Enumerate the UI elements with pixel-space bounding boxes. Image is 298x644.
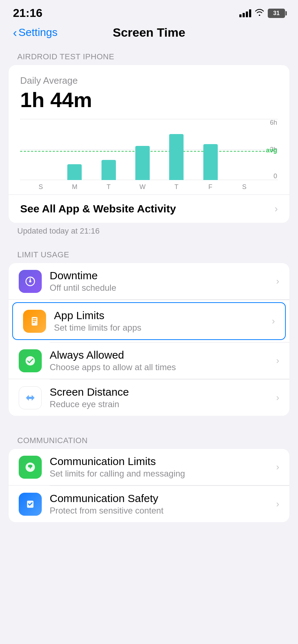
page-title: Screen Time xyxy=(113,26,185,40)
avg-label: avg xyxy=(266,147,277,154)
back-chevron-icon: ‹ xyxy=(13,26,17,38)
app-limits-icon xyxy=(23,310,46,333)
downtime-content: Downtime Off until schedule xyxy=(50,270,272,293)
always-allowed-chevron-icon: › xyxy=(276,355,279,366)
downtime-icon xyxy=(19,270,42,293)
x-label-m: M xyxy=(58,183,91,191)
screen-distance-subtitle: Reduce eye strain xyxy=(50,399,272,409)
daily-average-card: Daily Average 1h 44m 6h 3h 0 avg xyxy=(9,65,289,223)
status-icons: 31 xyxy=(239,9,285,18)
status-time: 21:16 xyxy=(13,6,42,20)
downtime-title: Downtime xyxy=(50,270,272,282)
communication-section-label: COMMUNICATION xyxy=(0,427,298,449)
svg-rect-5 xyxy=(33,322,35,323)
communication-safety-icon xyxy=(19,493,42,516)
x-label-t2: T xyxy=(159,183,193,191)
communication-limits-content: Communication Limits Set limits for call… xyxy=(50,455,272,479)
communication-card: Communication Limits Set limits for call… xyxy=(9,449,289,522)
always-allowed-subtitle: Choose apps to allow at all times xyxy=(50,362,272,372)
x-label-s2: S xyxy=(227,183,261,191)
communication-safety-content: Communication Safety Protect from sensit… xyxy=(50,492,272,516)
screen-distance-title: Screen Distance xyxy=(50,386,272,398)
communication-limits-subtitle: Set limits for calling and messaging xyxy=(50,469,272,479)
see-all-label: See All App & Website Activity xyxy=(20,203,176,215)
updated-label: Updated today at 21:16 xyxy=(0,223,298,242)
usage-chart: 6h 3h 0 avg xyxy=(20,119,278,191)
downtime-chevron-icon: › xyxy=(276,276,279,287)
communication-limits-icon xyxy=(19,456,42,479)
limit-usage-card: Downtime Off until schedule › App Limits… xyxy=(9,263,289,416)
svg-point-6 xyxy=(26,356,35,365)
app-limits-title: App Limits xyxy=(54,309,267,322)
back-button[interactable]: ‹ Settings xyxy=(13,26,58,38)
y-label-6h: 6h xyxy=(270,119,277,126)
daily-average-label: Daily Average xyxy=(20,75,278,86)
comm-safety-chevron-icon: › xyxy=(276,498,279,510)
app-limits-subtitle: Set time limits for apps xyxy=(54,323,267,333)
bar-thursday xyxy=(159,134,193,180)
bar-tuesday xyxy=(92,160,126,180)
bar-friday xyxy=(193,144,227,180)
always-allowed-icon xyxy=(19,349,42,372)
device-section-label: AIRDROID TEST IPHONE xyxy=(0,43,298,65)
chart-bars xyxy=(20,119,265,180)
see-all-chevron-icon: › xyxy=(275,203,278,215)
svg-rect-2 xyxy=(32,317,37,326)
divider xyxy=(50,300,289,300)
screen-distance-item[interactable]: Screen Distance Reduce eye strain › xyxy=(9,380,289,416)
bottom-spacer xyxy=(0,522,298,544)
screen-distance-chevron-icon: › xyxy=(276,392,279,403)
wifi-icon xyxy=(255,9,264,18)
limit-usage-section-label: LIMIT USAGE xyxy=(0,242,298,263)
communication-limits-item[interactable]: Communication Limits Set limits for call… xyxy=(9,449,289,486)
communication-safety-subtitle: Protect from sensitive content xyxy=(50,506,272,516)
communication-safety-title: Communication Safety xyxy=(50,492,272,505)
communication-safety-item[interactable]: Communication Safety Protect from sensit… xyxy=(9,486,289,522)
downtime-item[interactable]: Downtime Off until schedule › xyxy=(9,263,289,300)
comm-limits-chevron-icon: › xyxy=(276,461,279,473)
signal-icon xyxy=(239,9,251,17)
x-label-w: W xyxy=(126,183,159,191)
app-limits-chevron-icon: › xyxy=(272,316,275,327)
daily-average-time: 1h 44m xyxy=(20,88,278,112)
app-limits-item[interactable]: App Limits Set time limits for apps › xyxy=(12,302,286,340)
bar-monday xyxy=(58,164,91,180)
always-allowed-content: Always Allowed Choose apps to allow at a… xyxy=(50,349,272,372)
screen-distance-icon xyxy=(19,386,42,409)
chart-x-labels: S M T W T F S xyxy=(20,183,265,191)
status-bar: 21:16 31 xyxy=(0,0,298,23)
always-allowed-title: Always Allowed xyxy=(50,349,272,361)
back-label: Settings xyxy=(18,26,57,38)
x-label-s1: S xyxy=(24,183,58,191)
bar-wednesday xyxy=(126,146,159,180)
always-allowed-item[interactable]: Always Allowed Choose apps to allow at a… xyxy=(9,342,289,379)
svg-rect-3 xyxy=(33,318,36,319)
x-label-t1: T xyxy=(92,183,126,191)
nav-bar: ‹ Settings Screen Time xyxy=(0,23,298,43)
y-label-0: 0 xyxy=(274,172,277,180)
screen-distance-content: Screen Distance Reduce eye strain xyxy=(50,386,272,409)
svg-rect-4 xyxy=(33,320,36,321)
see-all-activity-button[interactable]: See All App & Website Activity › xyxy=(9,194,289,223)
downtime-subtitle: Off until schedule xyxy=(50,283,272,293)
battery-icon: 31 xyxy=(268,9,285,18)
communication-limits-title: Communication Limits xyxy=(50,455,272,468)
x-label-f: F xyxy=(193,183,227,191)
app-limits-content: App Limits Set time limits for apps xyxy=(54,309,267,333)
